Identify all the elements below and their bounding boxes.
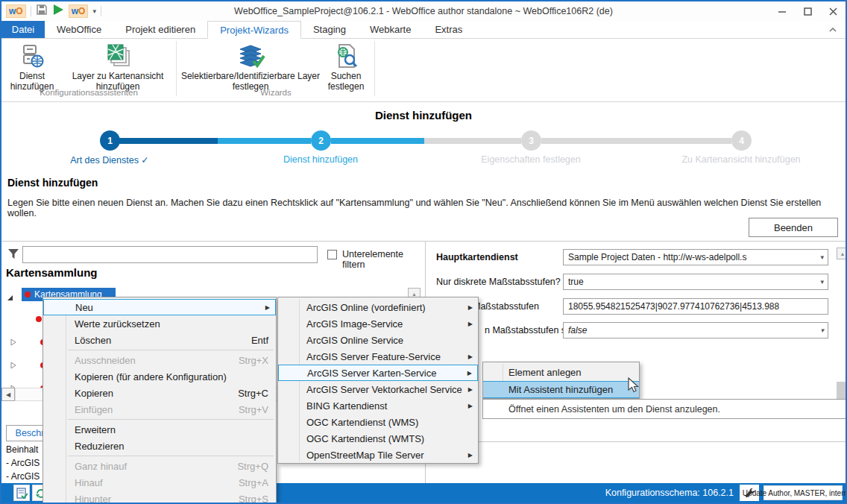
tab-projekt-wizards[interactable]: Projekt-Wizards: [207, 21, 301, 39]
window-title: WebOffice_SampleProject@106.2.1 - WebOff…: [1, 6, 846, 16]
node-status-dot: [25, 292, 31, 297]
ribbon-group-separator: [374, 41, 375, 96]
wizard-step-4-circle: 4: [731, 130, 752, 151]
tab-webkarte[interactable]: Webkarte: [358, 21, 423, 38]
menu-item-reduzieren[interactable]: Reduzieren: [43, 438, 276, 454]
wizard-step-3-circle: 3: [521, 130, 541, 151]
prop-label-hauptkartendienst: Hauptkartendienst: [436, 252, 518, 262]
service-globe-icon: [6, 41, 58, 71]
prop-label-massstabsstufen: Maßstabsstufen: [473, 301, 539, 312]
scroll-left-icon[interactable]: ◀: [1, 388, 15, 401]
wizard-progress: Dienst hinzufügen 1 2 3 4 Art des Dienst…: [1, 103, 846, 173]
selbst-eintragen-select[interactable]: false▾: [563, 322, 828, 338]
section-heading: Dienst hinzufügen: [7, 177, 98, 189]
diskrete-massstabsstufen-select[interactable]: true▾: [563, 274, 828, 290]
separator: [101, 6, 101, 16]
menu-item-kopieren-andere-konfiguration[interactable]: Kopieren (für andere Konfiguration): [43, 368, 276, 385]
submenu-item-arcgis-online-vordefiniert[interactable]: ArcGIS Online (vordefiniert)▶: [278, 299, 478, 315]
submenu-item-arcgis-server-karten-service[interactable]: ArcGIS Server Karten-Service▶: [278, 365, 478, 381]
description-line: - ArcGIS: [6, 471, 40, 482]
hauptkartendienst-select[interactable]: Sample Project Daten - http://w-ws-adelp…: [563, 249, 828, 265]
menu-item-hinauf: HinaufStrg+A: [43, 474, 276, 491]
action-submenu: Element anlegen Mit Assistent hinzufügen: [482, 362, 640, 399]
save-icon[interactable]: [36, 4, 48, 19]
document-search-icon: [322, 41, 370, 71]
selektierbare-layer-button[interactable]: Selektierbare/Identifizierbare Layer fes…: [180, 41, 321, 92]
green-layers-icon: [61, 41, 174, 71]
menu-item-neu[interactable]: Neu▶: [43, 299, 276, 315]
menu-item-kopieren[interactable]: KopierenStrg+C: [43, 385, 276, 401]
ribbon-group-label: Konfigurationsassistenten: [1, 88, 176, 97]
submenu-item-ogc-kartendienst-wmts[interactable]: OGC Kartendienst (WMTS): [278, 430, 478, 447]
wizard-step-1-circle: 1: [100, 130, 120, 151]
menu-item-einfuegen: EinfügenStrg+V: [43, 401, 276, 418]
progress-segment-todo: [541, 138, 731, 144]
massstabsstufen-input[interactable]: 18055.954821525473|9027.977410762736|451…: [563, 298, 828, 315]
tab-extras[interactable]: Extras: [423, 21, 474, 38]
menu-item-ganz-hinauf: Ganz hinaufStrg+Q: [43, 458, 276, 474]
filter-funnel-icon: [7, 248, 19, 262]
submenu-item-arcgis-server-feature-service[interactable]: ArcGIS Server Feature-Service▶: [278, 348, 478, 365]
wizard-step-3-label: Eigenschaften festlegen: [449, 154, 613, 165]
tab-weboffice[interactable]: WebOffice: [45, 21, 113, 38]
unterelemente-filtern-checkbox[interactable]: [327, 250, 337, 259]
suchen-festlegen-button[interactable]: Suchen festlegen: [322, 41, 370, 92]
tree-node-stub[interactable]: [10, 338, 46, 346]
submenu-arrow-icon: ▶: [265, 304, 270, 311]
tooltip: Öffnet einen Assistenten um den Dienst a…: [482, 399, 847, 419]
weboffice-logo: wO: [6, 4, 26, 18]
instruction-text: Legen Sie bitte einen neuen Dienst an. M…: [7, 198, 840, 218]
notes-check-icon[interactable]: [13, 485, 30, 501]
tree-expander-expanded-icon[interactable]: [7, 291, 13, 304]
submenu-item-mit-assistent-hinzufuegen[interactable]: Mit Assistent hinzufügen: [483, 381, 639, 398]
tree-node-stub[interactable]: [36, 316, 42, 322]
wizard-step-2-label: Dienst hinzufügen: [239, 154, 403, 165]
submenu-item-arcgis-online-service[interactable]: ArcGIS Online Service: [278, 332, 478, 348]
close-button[interactable]: [820, 1, 846, 21]
mouse-cursor: [628, 377, 641, 398]
wizard-step-2-circle: 2: [311, 130, 331, 151]
ribbon-group-separator: [176, 41, 177, 96]
menu-item-werte-zuruecksetzen[interactable]: Werte zurücksetzen: [43, 315, 276, 332]
beenden-button[interactable]: Beenden: [749, 218, 838, 237]
qat-caret-icon[interactable]: ▾: [92, 7, 96, 15]
prop-label-diskrete-massstabsstufen: Nur diskrete Maßstabsstufen?: [436, 277, 561, 287]
scroll-up-icon[interactable]: ▲: [837, 248, 847, 259]
submenu-item-bing-kartendienst[interactable]: BING Kartendienst▶: [278, 397, 478, 414]
checkbox-label: Unterelemente filtern: [342, 249, 425, 270]
description-line: - ArcGIS: [6, 458, 40, 468]
ribbon-tab-bar: Datei WebOffice Projekt editieren Projek…: [1, 21, 846, 39]
collapse-ribbon-icon[interactable]: [820, 21, 846, 38]
tab-projekt-editieren[interactable]: Projekt editieren: [113, 21, 207, 38]
dropdown-arrow-icon: ▾: [820, 278, 824, 286]
submenu-item-ogc-kartendienst-wms[interactable]: OGC Kartendienst (WMS): [278, 414, 478, 430]
update-author-button[interactable]: Update Author, MASTER, intern only: [763, 485, 843, 500]
tab-datei[interactable]: Datei: [1, 21, 45, 38]
description-line: Beinhalt: [6, 444, 38, 455]
menu-item-erweitern[interactable]: Erweitern: [43, 421, 276, 438]
dienst-hinzufuegen-button[interactable]: Dienst hinzufügen: [6, 41, 58, 92]
tree-node-stub[interactable]: [10, 362, 46, 369]
menu-item-hinunter: HinunterStrg+S: [43, 491, 276, 504]
quick-access-toolbar: wO wO ▾: [6, 3, 101, 19]
submenu-item-arcgis-server-vektorkachel-service[interactable]: ArcGIS Server Vektorkachel Service▶: [278, 381, 478, 397]
ribbon-group-label: Wizards: [177, 88, 374, 97]
menu-separator: [68, 419, 274, 420]
weboffice-small-logo[interactable]: wO: [69, 4, 89, 18]
dropdown-arrow-icon: ▾: [820, 327, 824, 334]
tab-staging[interactable]: Staging: [301, 21, 358, 38]
maximize-button[interactable]: [795, 1, 820, 21]
title-bar: wO wO ▾ WebOffice_SampleProject@106.2.1 …: [1, 1, 846, 21]
tree-heading: Kartensammlung: [6, 266, 98, 279]
menu-item-loeschen[interactable]: LöschenEntf: [43, 332, 276, 348]
minimize-button[interactable]: [769, 1, 795, 21]
app-window: wO wO ▾ WebOffice_SampleProject@106.2.1 …: [0, 0, 847, 504]
wizard-step-4-label: Zu Kartenansicht hinzufügen: [659, 154, 823, 165]
filter-input[interactable]: [22, 246, 318, 263]
submenu-item-arcgis-image-service[interactable]: ArcGIS Image-Service▶: [278, 315, 478, 332]
submenu-item-element-anlegen[interactable]: Element anlegen: [483, 364, 639, 381]
progress-segment-current: [218, 138, 311, 144]
submenu-item-openstreetmap-tile-server[interactable]: OpenStreetMap Tile Server▶: [278, 447, 478, 463]
layer-zu-kartenansicht-button[interactable]: Layer zu Kartenansicht hinzufügen: [61, 41, 174, 92]
run-play-icon[interactable]: [52, 4, 64, 19]
